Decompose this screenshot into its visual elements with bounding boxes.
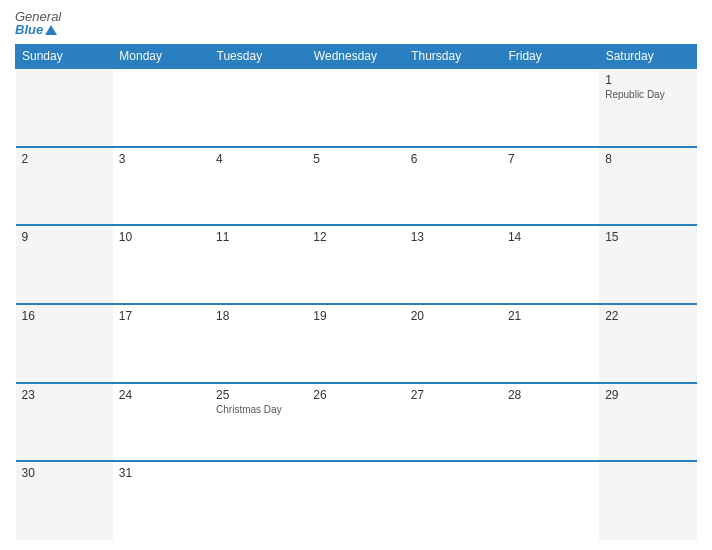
weekday-header-sunday: Sunday (16, 45, 113, 69)
calendar-cell: 23 (16, 383, 113, 462)
calendar-cell (502, 461, 599, 540)
calendar-cell: 9 (16, 225, 113, 304)
calendar-cell: 27 (405, 383, 502, 462)
day-number: 15 (605, 230, 690, 244)
calendar-cell: 5 (307, 147, 404, 226)
week-row-5: 232425Christmas Day26272829 (16, 383, 697, 462)
calendar-cell: 26 (307, 383, 404, 462)
holiday-name: Christmas Day (216, 404, 301, 415)
weekday-header-wednesday: Wednesday (307, 45, 404, 69)
calendar-cell: 22 (599, 304, 696, 383)
day-number: 18 (216, 309, 301, 323)
day-number: 11 (216, 230, 301, 244)
day-number: 23 (22, 388, 107, 402)
calendar-table: SundayMondayTuesdayWednesdayThursdayFrid… (15, 44, 697, 540)
day-number: 5 (313, 152, 398, 166)
calendar-cell: 4 (210, 147, 307, 226)
day-number: 2 (22, 152, 107, 166)
day-number: 14 (508, 230, 593, 244)
calendar-cell: 25Christmas Day (210, 383, 307, 462)
weekday-header-saturday: Saturday (599, 45, 696, 69)
day-number: 29 (605, 388, 690, 402)
weekday-header-thursday: Thursday (405, 45, 502, 69)
calendar-cell (113, 68, 210, 147)
calendar-cell: 20 (405, 304, 502, 383)
day-number: 24 (119, 388, 204, 402)
calendar-cell (307, 68, 404, 147)
calendar-cell: 19 (307, 304, 404, 383)
calendar-cell: 1Republic Day (599, 68, 696, 147)
calendar-cell: 14 (502, 225, 599, 304)
day-number: 16 (22, 309, 107, 323)
calendar-cell: 16 (16, 304, 113, 383)
day-number: 21 (508, 309, 593, 323)
day-number: 6 (411, 152, 496, 166)
day-number: 13 (411, 230, 496, 244)
header: General Blue (15, 10, 697, 44)
day-number: 3 (119, 152, 204, 166)
weekday-header-friday: Friday (502, 45, 599, 69)
calendar-cell: 15 (599, 225, 696, 304)
day-number: 12 (313, 230, 398, 244)
day-number: 26 (313, 388, 398, 402)
calendar-cell: 29 (599, 383, 696, 462)
calendar-cell (307, 461, 404, 540)
calendar-cell (16, 68, 113, 147)
calendar-cell: 13 (405, 225, 502, 304)
calendar-cell: 3 (113, 147, 210, 226)
day-number: 27 (411, 388, 496, 402)
day-number: 31 (119, 466, 204, 480)
weekday-header-tuesday: Tuesday (210, 45, 307, 69)
calendar-cell: 17 (113, 304, 210, 383)
holiday-name: Republic Day (605, 89, 690, 100)
logo-blue-text: Blue (15, 23, 43, 36)
calendar-cell (405, 68, 502, 147)
day-number: 22 (605, 309, 690, 323)
calendar-cell: 31 (113, 461, 210, 540)
calendar-cell: 21 (502, 304, 599, 383)
calendar-cell (599, 461, 696, 540)
calendar-cell: 30 (16, 461, 113, 540)
day-number: 19 (313, 309, 398, 323)
day-number: 8 (605, 152, 690, 166)
week-row-2: 2345678 (16, 147, 697, 226)
day-number: 17 (119, 309, 204, 323)
calendar-cell: 7 (502, 147, 599, 226)
calendar-cell: 18 (210, 304, 307, 383)
calendar-cell: 8 (599, 147, 696, 226)
day-number: 28 (508, 388, 593, 402)
logo: General Blue (15, 10, 61, 36)
day-number: 20 (411, 309, 496, 323)
calendar-cell (210, 461, 307, 540)
calendar-cell: 2 (16, 147, 113, 226)
calendar-cell: 6 (405, 147, 502, 226)
day-number: 10 (119, 230, 204, 244)
week-row-3: 9101112131415 (16, 225, 697, 304)
day-number: 25 (216, 388, 301, 402)
day-number: 1 (605, 73, 690, 87)
calendar-cell (502, 68, 599, 147)
logo-triangle-icon (45, 25, 57, 35)
calendar-cell: 28 (502, 383, 599, 462)
calendar-cell (405, 461, 502, 540)
calendar-cell (210, 68, 307, 147)
week-row-4: 16171819202122 (16, 304, 697, 383)
day-number: 7 (508, 152, 593, 166)
week-row-1: 1Republic Day (16, 68, 697, 147)
weekday-header-monday: Monday (113, 45, 210, 69)
calendar-cell: 12 (307, 225, 404, 304)
calendar-cell: 11 (210, 225, 307, 304)
day-number: 30 (22, 466, 107, 480)
weekday-header-row: SundayMondayTuesdayWednesdayThursdayFrid… (16, 45, 697, 69)
calendar-cell: 10 (113, 225, 210, 304)
calendar-cell: 24 (113, 383, 210, 462)
week-row-6: 3031 (16, 461, 697, 540)
day-number: 4 (216, 152, 301, 166)
day-number: 9 (22, 230, 107, 244)
